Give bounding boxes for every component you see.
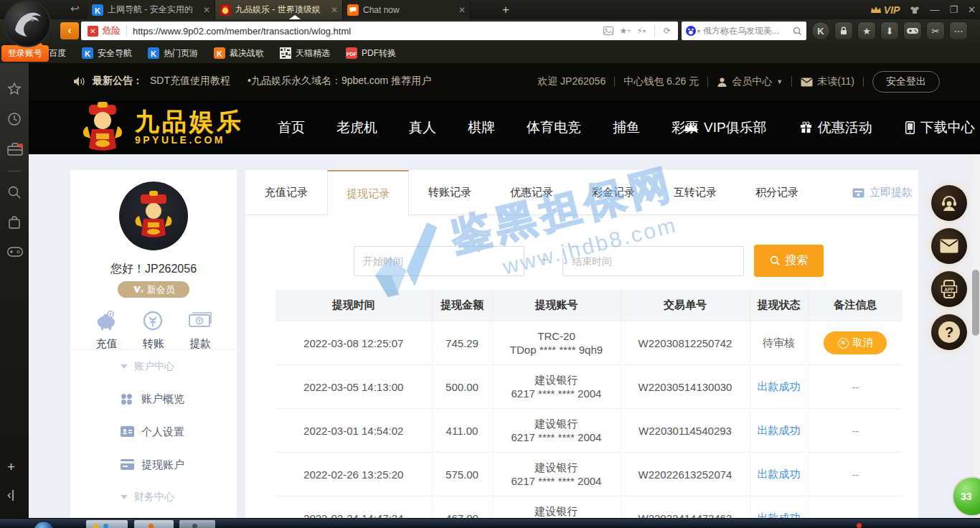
announce-item[interactable]: SDT充值使用教程 xyxy=(150,75,230,88)
kankan-button[interactable]: K xyxy=(811,22,830,40)
record-tab[interactable]: 提现记录 xyxy=(327,170,409,216)
login-account-ribbon[interactable]: 登录账号 xyxy=(1,45,49,62)
menu-item[interactable]: 账户概览 xyxy=(70,382,237,415)
record-tab[interactable]: 充值记录 xyxy=(245,170,327,215)
speed-ball-value: 33 xyxy=(961,491,972,502)
bookmark-item[interactable]: K裁决战歌 xyxy=(214,47,264,60)
menu-group[interactable]: 账户中心 xyxy=(70,351,237,382)
unread-messages[interactable]: 未读(11) xyxy=(801,75,854,88)
browser-vip-button[interactable]: VIP xyxy=(870,4,900,16)
end-date-input[interactable] xyxy=(562,246,744,276)
divider xyxy=(863,77,864,87)
nav-item[interactable]: 老虎机 xyxy=(336,118,377,137)
tab-title: 九品娱乐 - 世界顶级娱 xyxy=(235,4,328,16)
extensions-icon[interactable]: ⚡▾ xyxy=(636,26,645,36)
app-download-button[interactable]: APP xyxy=(931,271,967,307)
gamepad-icon[interactable] xyxy=(903,22,922,40)
tab-close-icon[interactable]: ✕ xyxy=(458,5,466,15)
search-icon[interactable] xyxy=(793,27,802,36)
status-success[interactable]: 出款成功 xyxy=(758,424,801,436)
nav-item[interactable]: 下载中心 xyxy=(905,118,975,137)
browser-tab[interactable]: K上网导航 - 安全实用的✕ xyxy=(88,0,215,19)
favorites-star-icon[interactable] xyxy=(7,82,22,96)
favorites-icon[interactable]: ★ xyxy=(857,22,876,40)
refresh-icon[interactable]: ⟳ xyxy=(664,26,671,36)
close-button[interactable]: ✕ xyxy=(968,5,976,14)
engine-caret-icon[interactable]: ▾ xyxy=(697,28,700,34)
quick-action-piggy[interactable]: 充值 xyxy=(95,310,119,351)
download-icon[interactable]: ⬇ xyxy=(880,22,899,40)
wallet-balance[interactable]: 中心钱包 6.26 元 xyxy=(623,75,699,88)
bookmark-item[interactable]: K安全导航 xyxy=(82,47,132,60)
member-center-menu[interactable]: 会员中心 ▼ xyxy=(717,75,783,88)
avatar[interactable] xyxy=(119,182,188,250)
image-block-icon[interactable] xyxy=(603,27,613,35)
history-back-icon[interactable]: ↩ xyxy=(70,2,80,15)
more-icon[interactable]: ⋯ xyxy=(949,22,968,40)
scrollbar-thumb[interactable] xyxy=(972,270,979,336)
announce-item[interactable]: •九品娱乐永久域名：9pbet.com 推荐用户 xyxy=(248,75,431,88)
record-tab[interactable]: 优惠记录 xyxy=(491,170,573,215)
new-tab-button[interactable]: + xyxy=(502,3,509,17)
browser-tab[interactable]: Chat now✕ xyxy=(343,0,471,19)
logout-button[interactable]: 安全登出 xyxy=(872,71,940,93)
nav-item[interactable]: VIP俱乐部 xyxy=(684,118,767,137)
history-clock-icon[interactable] xyxy=(7,112,22,126)
taskbar-app[interactable] xyxy=(134,520,174,528)
message-button[interactable] xyxy=(931,228,967,264)
bookmark-item[interactable]: K热门页游 xyxy=(148,47,198,60)
taskbar-app[interactable] xyxy=(86,520,128,528)
nav-item[interactable]: 首页 xyxy=(278,118,305,137)
notification-dot xyxy=(857,523,862,528)
panel-collapse-icon[interactable]: ‹| xyxy=(7,488,22,502)
nav-item[interactable]: 棋牌 xyxy=(468,118,495,137)
status-success[interactable]: 出款成功 xyxy=(758,380,801,392)
start-button[interactable] xyxy=(33,521,55,528)
menu-group[interactable]: 财务中心 xyxy=(70,481,237,513)
record-tab[interactable]: 积分记录 xyxy=(736,170,818,215)
scissors-icon[interactable]: ✂ xyxy=(926,22,945,40)
quick-action-banknote[interactable]: 提款 xyxy=(188,310,212,351)
search-suggestion-text[interactable]: 俄方称在乌发现美... xyxy=(703,25,793,37)
status-success[interactable]: 出款成功 xyxy=(758,468,801,480)
site-logo[interactable]: 九品娱乐 9PYULE.COM xyxy=(79,102,244,152)
browser-tab[interactable]: 九品娱乐 - 世界顶级娱✕ xyxy=(215,0,343,19)
search-button[interactable]: 搜索 xyxy=(754,245,824,277)
tab-close-icon[interactable]: ✕ xyxy=(203,5,210,15)
menu-item[interactable]: 提现账户 xyxy=(70,448,237,481)
help-button[interactable]: ? xyxy=(931,314,967,350)
menu-item[interactable]: 个人设置 xyxy=(70,415,237,448)
nav-item[interactable]: 真人 xyxy=(409,118,436,137)
customer-service-button[interactable] xyxy=(931,185,967,221)
panel-search-icon[interactable] xyxy=(7,185,22,199)
start-date-input[interactable] xyxy=(354,246,524,276)
browser-search-box[interactable]: ▾ 俄方称在乌发现美... xyxy=(682,22,806,40)
browser-logo[interactable] xyxy=(4,0,51,47)
quick-action-transfer[interactable]: 转账 xyxy=(141,310,166,351)
record-tab[interactable]: 转账记录 xyxy=(409,170,491,215)
bookmark-add-icon[interactable]: ★+ xyxy=(619,26,631,36)
skin-button[interactable] xyxy=(910,6,920,14)
url-text[interactable]: https://www.9p02.com/member/transaction/… xyxy=(133,26,600,37)
minimize-button[interactable]: — xyxy=(930,5,939,14)
briefcase-icon[interactable] xyxy=(7,142,22,156)
address-bar[interactable]: ✕ 危险 https://www.9p02.com/member/transac… xyxy=(81,22,678,40)
panel-add-icon[interactable]: + xyxy=(7,459,22,473)
taskbar-app[interactable] xyxy=(179,520,215,528)
record-tab[interactable]: 彩金记录 xyxy=(573,170,654,215)
cancel-button[interactable]: ✕取消 xyxy=(824,331,887,354)
games-gamepad-icon[interactable] xyxy=(7,247,22,261)
nav-item[interactable]: 捕鱼 xyxy=(613,118,640,137)
tab-close-icon[interactable]: ✕ xyxy=(331,5,338,15)
navigate-back-button[interactable]: ‹ xyxy=(60,22,79,39)
bookmark-item[interactable]: PDFPDF转换 xyxy=(346,47,396,60)
lock-icon[interactable] xyxy=(834,22,853,40)
nav-item[interactable]: 优惠活动 xyxy=(800,118,872,137)
withdraw-now-link[interactable]: 立即提款 xyxy=(852,170,913,215)
nav-item[interactable]: 体育电竞 xyxy=(527,118,581,137)
record-tab[interactable]: 互转记录 xyxy=(654,170,736,215)
bookmark-item[interactable]: 天猫精选 xyxy=(280,47,330,60)
shopping-bag-icon[interactable] xyxy=(7,215,22,230)
restore-button[interactable]: ❐ xyxy=(949,5,958,14)
page-scrollbar[interactable] xyxy=(971,154,980,528)
